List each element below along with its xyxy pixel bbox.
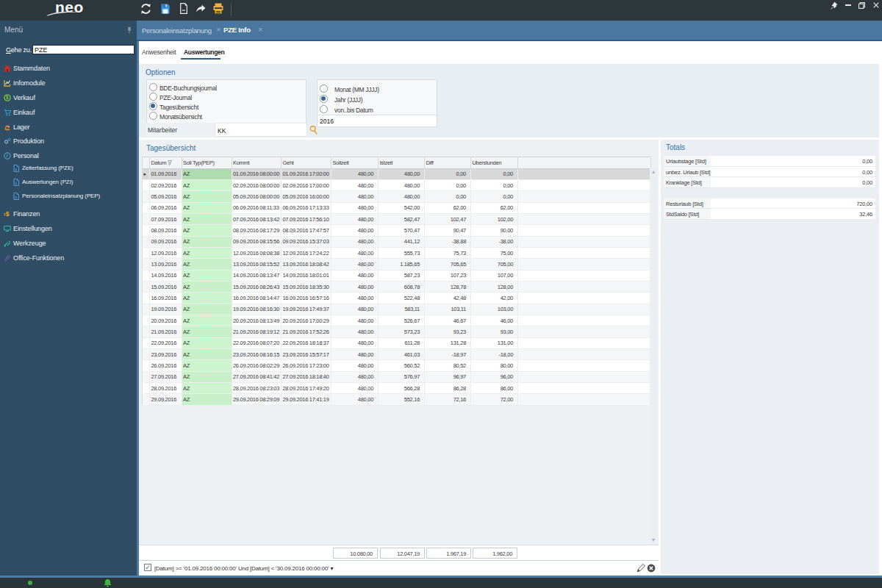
svg-text:$: $ [6,210,10,218]
svg-text:$: $ [6,95,9,101]
